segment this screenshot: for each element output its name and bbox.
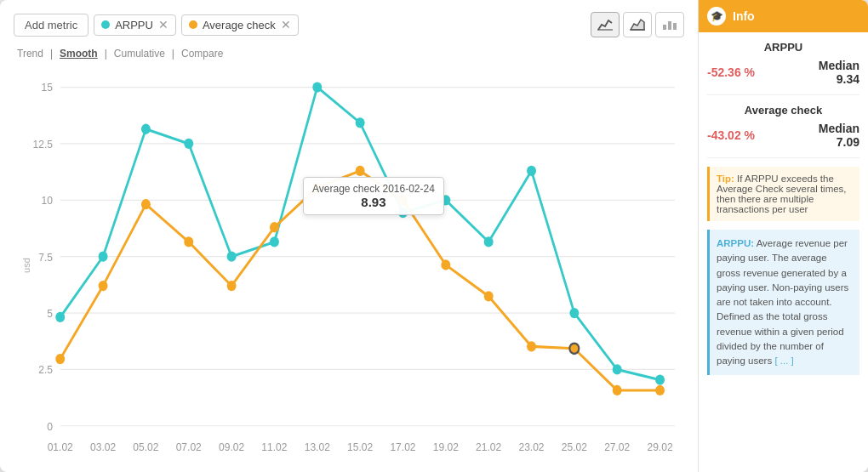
right-panel-title: Info: [733, 9, 755, 23]
arppu-median-label: Median: [819, 59, 859, 72]
arppu-median-value: 9.34: [819, 72, 859, 86]
arppu-color-dot: [101, 20, 110, 29]
svg-text:12.5: 12.5: [33, 137, 53, 151]
chart-svg: 15 12.5 10 7.5 5 2.5 0 01.02 03.02 05.02…: [14, 66, 684, 463]
svg-text:29.02: 29.02: [647, 441, 672, 454]
svg-text:01.02: 01.02: [48, 441, 73, 454]
avg-check-median-value: 7.09: [819, 135, 859, 149]
arppu-stat-block: ARPPU -52.36 % Median 9.34: [707, 41, 859, 95]
avg-check-median-label: Median: [819, 122, 859, 135]
avg-check-color-dot: [189, 20, 197, 29]
add-metric-button[interactable]: Add metric: [14, 14, 89, 37]
avg-check-median: Median 7.09: [819, 122, 859, 149]
svg-text:03.02: 03.02: [90, 441, 116, 454]
svg-point-58: [441, 259, 450, 270]
smooth-nav-item[interactable]: Smooth: [60, 48, 98, 60]
svg-point-34: [55, 312, 65, 322]
svg-text:15: 15: [42, 81, 53, 94]
svg-point-54: [270, 222, 279, 232]
tip-block: Tip: If ARPPU exceeds the Average Check …: [707, 167, 859, 221]
main-panel: Add metric ARPPU ✕ Average check ✕: [0, 0, 698, 472]
avg-check-pct: -43.02 %: [707, 128, 755, 142]
svg-point-57: [398, 195, 408, 205]
svg-text:15.02: 15.02: [347, 441, 373, 454]
tip-label: Tip:: [717, 173, 734, 184]
chart-area: usd 15 12.5 10 7.5 5 2.5 0 01.02: [14, 66, 684, 463]
line-chart-button[interactable]: [591, 12, 620, 37]
chart-type-icons: [591, 12, 684, 37]
svg-rect-3: [668, 21, 671, 30]
svg-point-53: [227, 281, 237, 291]
svg-text:27.02: 27.02: [604, 441, 630, 454]
app-container: Add metric ARPPU ✕ Average check ✕: [0, 0, 868, 472]
svg-text:10: 10: [42, 194, 53, 208]
svg-point-46: [569, 308, 579, 318]
toolbar: Add metric ARPPU ✕ Average check ✕: [14, 12, 684, 37]
svg-text:21.02: 21.02: [476, 441, 501, 454]
nav-separator-1: |: [50, 48, 53, 60]
svg-point-55: [312, 182, 322, 192]
arppu-stat-row: -52.36 % Median 9.34: [707, 59, 859, 86]
avg-check-label: Average check: [203, 19, 276, 31]
svg-point-61: [569, 344, 579, 354]
svg-point-47: [613, 364, 622, 374]
svg-point-43: [441, 195, 450, 205]
svg-text:05.02: 05.02: [133, 441, 158, 454]
svg-point-44: [484, 236, 494, 247]
svg-point-38: [227, 252, 237, 262]
svg-point-45: [527, 166, 536, 176]
nav-separator-2: |: [105, 48, 107, 60]
arppu-metric-tag: ARPPU ✕: [94, 14, 176, 36]
svg-point-59: [484, 291, 494, 301]
tip-text: If ARPPU exceeds the Average Check sever…: [717, 173, 847, 214]
svg-text:07.02: 07.02: [176, 441, 202, 454]
right-panel-body: ARPPU -52.36 % Median 9.34 Average check…: [699, 32, 868, 472]
right-panel: 🎓 Info ARPPU -52.36 % Median 9.34 Averag…: [698, 0, 868, 472]
avg-check-stat-row: -43.02 % Median 7.09: [707, 122, 859, 149]
svg-point-52: [184, 236, 193, 247]
svg-text:11.02: 11.02: [261, 441, 287, 454]
svg-point-39: [270, 236, 279, 247]
svg-text:2.5: 2.5: [38, 363, 53, 377]
svg-text:5: 5: [47, 306, 53, 320]
arppu-desc-text: Average revenue per paying user. The ave…: [717, 238, 848, 366]
svg-point-41: [356, 117, 365, 128]
svg-point-35: [99, 252, 108, 262]
avg-check-stat-name: Average check: [707, 104, 859, 117]
right-panel-header: 🎓 Info: [699, 0, 868, 32]
arppu-stat-name: ARPPU: [707, 41, 859, 54]
compare-nav-item[interactable]: Compare: [181, 48, 223, 60]
trend-nav-item[interactable]: Trend: [17, 48, 43, 60]
svg-point-50: [99, 281, 108, 291]
arppu-desc-block: ARPPU: Average revenue per paying user. …: [707, 230, 859, 375]
svg-rect-4: [673, 23, 677, 30]
svg-point-48: [655, 375, 665, 385]
y-axis-label: usd: [21, 258, 31, 273]
arppu-close-icon[interactable]: ✕: [158, 19, 168, 31]
svg-point-36: [141, 124, 151, 134]
svg-text:13.02: 13.02: [305, 441, 330, 454]
bar-chart-button[interactable]: [655, 12, 684, 37]
svg-point-56: [356, 166, 365, 176]
svg-point-37: [184, 139, 193, 149]
avg-check-metric-tag: Average check ✕: [181, 14, 299, 36]
svg-point-40: [312, 82, 322, 92]
area-chart-button[interactable]: [623, 12, 652, 37]
svg-text:7.5: 7.5: [38, 250, 53, 264]
chart-nav: Trend | Smooth | Cumulative | Compare: [14, 48, 684, 60]
arppu-median: Median 9.34: [819, 59, 859, 86]
svg-text:09.02: 09.02: [219, 441, 244, 454]
svg-point-60: [527, 341, 536, 351]
arppu-desc-link[interactable]: [ ... ]: [774, 355, 793, 366]
svg-point-51: [141, 199, 151, 209]
cumulative-nav-item[interactable]: Cumulative: [114, 48, 165, 60]
svg-text:25.02: 25.02: [562, 441, 587, 454]
svg-text:23.02: 23.02: [518, 441, 544, 454]
arppu-pct: -52.36 %: [707, 65, 755, 79]
svg-text:19.02: 19.02: [433, 441, 459, 454]
svg-point-49: [55, 354, 65, 364]
arppu-desc-label: ARPPU:: [717, 238, 754, 248]
avg-check-close-icon[interactable]: ✕: [281, 19, 291, 31]
svg-text:17.02: 17.02: [390, 441, 415, 454]
graduation-icon: 🎓: [707, 7, 726, 26]
